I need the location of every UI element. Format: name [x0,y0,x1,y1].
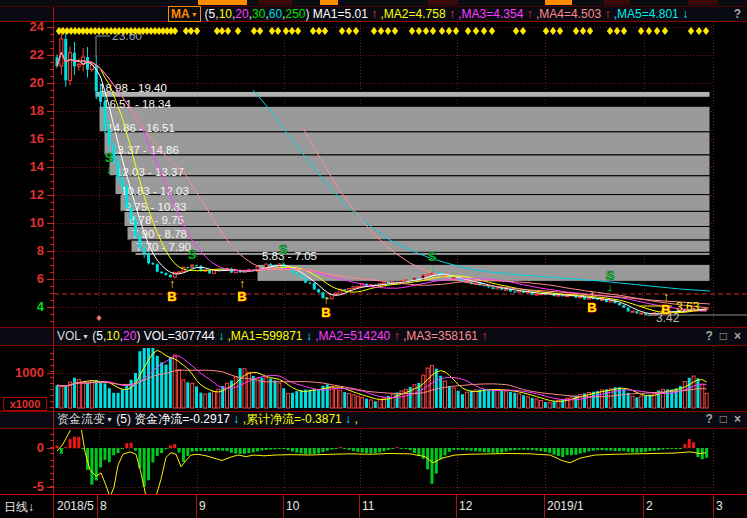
indicator-params: (5) [116,412,131,426]
down-arrow-icon: ↓ [280,255,286,267]
toolbar-segment [545,0,572,5]
price-band-label: 16.51 - 18.34 [103,98,171,110]
event-diamond-icon [409,27,415,35]
chevron-down-icon: ▼ [106,416,113,423]
toolbar-segment [604,0,630,5]
up-arrow-icon: ↑ [601,7,610,21]
param-token: 250 [285,7,305,21]
price-annotation: 3.63 [676,300,700,314]
event-diamond-icon [481,27,487,35]
close-icon[interactable]: × [734,412,741,426]
close-icon[interactable]: × [734,329,741,343]
event-diamond-icon [453,27,459,35]
down-arrow-icon: ↓ [28,500,34,514]
timeline-separator [643,495,644,518]
timeline-separator [359,495,360,518]
timeline-month-label: 2018/5 [57,499,94,513]
down-arrow-icon: ↓ [679,7,688,21]
event-diamond-icon [638,27,644,35]
timeline-month-label: 10 [286,499,299,513]
event-diamond-icon [385,27,391,35]
event-diamond-icon [607,27,613,35]
param-token: 10 [106,329,119,343]
help-icon[interactable]: ? [705,412,712,426]
param-token: 20 [123,329,136,343]
flow-bars-group [56,437,709,487]
event-diamond-icon [251,27,257,35]
maximize-icon[interactable]: □ [720,329,727,343]
vol-ma3-readout: ,MA3=358161 [400,329,478,343]
timeline-separator [713,495,714,518]
up-arrow-icon: ↑ [368,7,377,21]
price-axis-tick: 16 [0,132,44,145]
price-axis-tick: 6 [0,272,44,285]
help-icon[interactable]: ? [734,7,741,21]
timeline-month-label: 12 [459,499,472,513]
volume-axis-label: 1000 [0,366,44,379]
timeline-separator [283,495,284,518]
timeline-month-label: 9 [199,499,206,513]
indicator-label: VOL [57,329,81,343]
flow-trailing-readout: , [351,412,358,426]
event-diamond-icon [573,27,579,35]
header-spacer [0,422,57,423]
down-arrow-icon: ↓ [303,329,312,343]
event-diamond-icon [235,27,241,35]
chevron-down-icon: ▼ [191,11,198,18]
param-token: 5 [96,329,103,343]
price-axis-tick: 8 [0,244,44,257]
ma-ma2-readout: ,MA2=4.758 [377,7,445,21]
event-diamond-icon [275,27,281,35]
price-axis-tick: 10 [0,216,44,229]
down-arrow-icon: ↓ [106,163,112,175]
toolbar-segment [320,0,338,5]
toolbar-segment [688,0,718,5]
event-diamond-icon [430,27,436,35]
down-arrow-icon: ↓ [215,329,224,343]
event-diamond-icon [580,27,586,35]
timeline-separator [544,495,545,518]
event-diamond-icon [654,27,660,35]
event-diamond-icon [614,27,620,35]
param-token: 20 [235,7,248,21]
event-diamond-icon [621,27,627,35]
maximize-icon[interactable]: □ [720,412,727,426]
price-axis-tick: 22 [0,48,44,61]
event-diamond-icon [489,27,495,35]
vol-vol-readout: VOL=307744 [140,329,214,343]
toolbar-segment [428,0,458,5]
buy-marker: B [661,302,670,317]
event-diamond-icon [550,27,556,35]
help-icon[interactable]: ? [705,329,712,343]
timeline-month-label: 11 [362,499,374,513]
volume-unit-label: x1000 [3,397,47,411]
event-diamond-icon [703,27,709,35]
event-diamond-icon [439,27,445,35]
chevron-down-icon: ▼ [82,333,89,340]
up-arrow-icon: ↑ [478,329,487,343]
event-diamond-icon [346,27,352,35]
main-indicator-header: MA▼(5,10,20,30,60,250) MA1=5.01 ↑ ,MA2=4… [0,7,747,22]
event-diamond-icon [446,27,452,35]
indicator-label: MA [171,7,190,21]
event-diamond-icon [289,27,295,35]
event-diamond-icon [465,27,471,35]
ma-ma4-readout: ,MA4=4.503 [533,7,601,21]
volume-indicator-header: VOL▼ (5,10,20) VOL=307744 ↓ ,MA1=599871 … [0,329,747,344]
window-icons: ? [727,7,741,22]
stock-chart-window: 18.98 - 19.4016.51 - 18.3414.86 - 16.511… [0,0,747,518]
window-icons: ?□× [698,329,741,344]
event-diamond-icon [322,27,328,35]
vol-indicator-dropdown[interactable]: VOL▼ [57,329,89,343]
param-token: 60 [269,7,282,21]
period-selector[interactable]: 日线↓ [4,499,34,516]
flow-net-flow-readout: 资金净流=-0.2917 [131,412,230,426]
price-axis-tick: 12 [0,188,44,201]
ma-indicator-dropdown[interactable]: MA▼ [168,6,201,22]
header-spacer [0,339,57,340]
flow-indicator-dropdown[interactable]: 资金流变▼ [57,412,113,426]
down-arrow-icon: ↓ [342,412,351,426]
down-arrow-icon: ↓ [429,262,435,274]
event-diamond-icon [557,27,563,35]
price-axis-tick: 14 [0,160,44,173]
